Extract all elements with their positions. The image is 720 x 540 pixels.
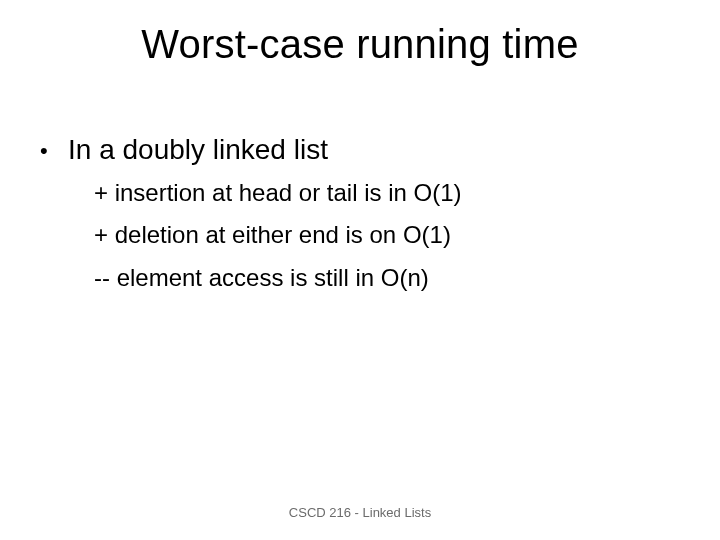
slide-title: Worst-case running time bbox=[0, 22, 720, 67]
bullet-marker: • bbox=[40, 137, 68, 165]
slide: Worst-case running time • In a doubly li… bbox=[0, 0, 720, 540]
bullet-text: In a doubly linked list bbox=[68, 132, 328, 167]
bullet-item: • In a doubly linked list bbox=[40, 132, 680, 167]
sub-bullet: + deletion at either end is on O(1) bbox=[94, 219, 680, 251]
sub-bullet: + insertion at head or tail is in O(1) bbox=[94, 177, 680, 209]
sub-bullet: -- element access is still in O(n) bbox=[94, 262, 680, 294]
slide-footer: CSCD 216 - Linked Lists bbox=[0, 505, 720, 520]
slide-body: • In a doubly linked list + insertion at… bbox=[40, 132, 680, 294]
